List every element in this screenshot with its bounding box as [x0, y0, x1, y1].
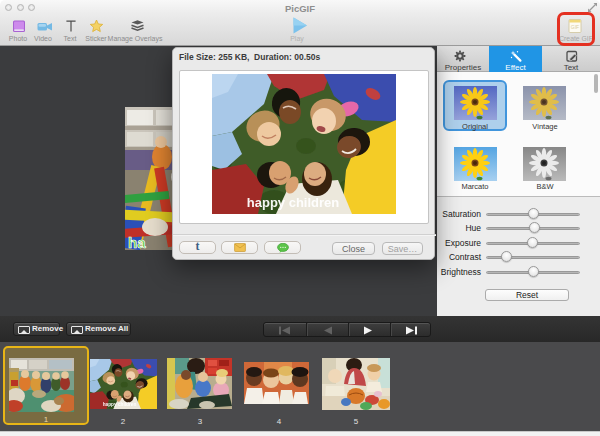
svg-text:ha: ha: [128, 234, 146, 250]
